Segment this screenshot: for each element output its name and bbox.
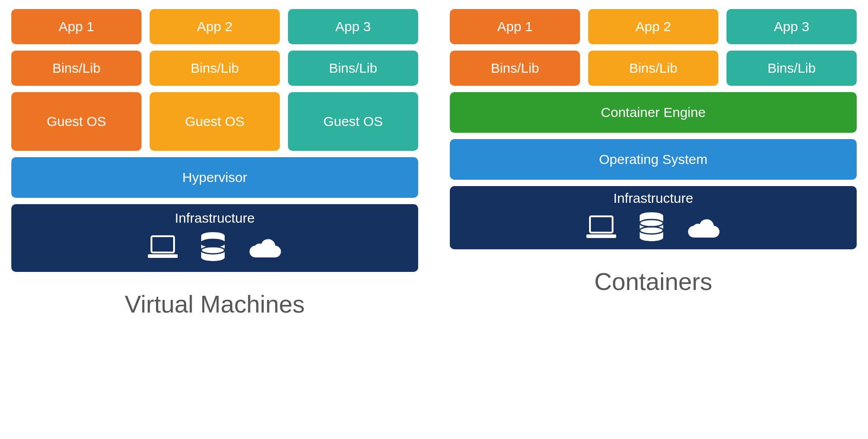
ct-stack: App 1 App 2 App 3 Bins/Lib Bins/Lib Bins… [450, 9, 857, 318]
ct-app-1: App 1 [450, 9, 580, 44]
vm-title: Virtual Machines [11, 290, 418, 318]
ct-apps-row: App 1 App 2 App 3 [450, 9, 857, 44]
cloud-icon [686, 216, 721, 238]
vm-guest-1: Guest OS [11, 92, 142, 151]
vm-stack: App 1 App 2 App 3 Bins/Lib Bins/Lib Bins… [11, 9, 418, 318]
vm-infra-row: Infrastructure [11, 204, 418, 272]
laptop-icon [585, 215, 617, 240]
vm-app-2: App 2 [150, 9, 280, 44]
ct-app-3: App 3 [726, 9, 857, 44]
vm-hypervisor-row: Hypervisor [11, 157, 418, 198]
database-icon [200, 232, 226, 262]
ct-bins-1: Bins/Lib [450, 51, 580, 86]
ct-app-2: App 2 [588, 9, 718, 44]
svg-rect-8 [586, 234, 616, 238]
database-icon [639, 212, 664, 242]
ct-title: Containers [450, 267, 857, 295]
ct-os-row: Operating System [450, 139, 857, 180]
vm-bins-row: Bins/Lib Bins/Lib Bins/Lib [11, 51, 418, 86]
vm-bins-2: Bins/Lib [150, 51, 280, 86]
ct-infrastructure: Infrastructure [450, 186, 857, 249]
vm-guest-3: Guest OS [288, 92, 418, 151]
vm-bins-3: Bins/Lib [288, 51, 418, 86]
svg-rect-7 [590, 216, 613, 233]
vm-bins-1: Bins/Lib [11, 51, 142, 86]
ct-infra-row: Infrastructure [450, 186, 857, 249]
cloud-icon [247, 236, 283, 258]
ct-bins-3: Bins/Lib [726, 51, 857, 86]
svg-rect-1 [148, 254, 178, 258]
vm-guest-row: Guest OS Guest OS Guest OS [11, 92, 418, 151]
ct-bins-2: Bins/Lib [588, 51, 718, 86]
ct-operating-system: Operating System [450, 139, 857, 180]
vm-apps-row: App 1 App 2 App 3 [11, 9, 418, 44]
vm-infra-icons [147, 232, 283, 262]
ct-engine-row: Container Engine [450, 92, 857, 133]
vm-guest-2: Guest OS [150, 92, 280, 151]
diagram-container: App 1 App 2 App 3 Bins/Lib Bins/Lib Bins… [11, 9, 857, 318]
laptop-icon [147, 234, 179, 260]
ct-bins-row: Bins/Lib Bins/Lib Bins/Lib [450, 51, 857, 86]
vm-hypervisor: Hypervisor [11, 157, 418, 198]
ct-infrastructure-label: Infrastructure [613, 191, 693, 206]
ct-infra-icons [585, 212, 721, 242]
vm-app-3: App 3 [288, 9, 418, 44]
vm-infrastructure: Infrastructure [11, 204, 418, 272]
svg-rect-0 [151, 236, 174, 252]
ct-container-engine: Container Engine [450, 92, 857, 133]
vm-app-1: App 1 [11, 9, 142, 44]
vm-infrastructure-label: Infrastructure [175, 210, 255, 226]
